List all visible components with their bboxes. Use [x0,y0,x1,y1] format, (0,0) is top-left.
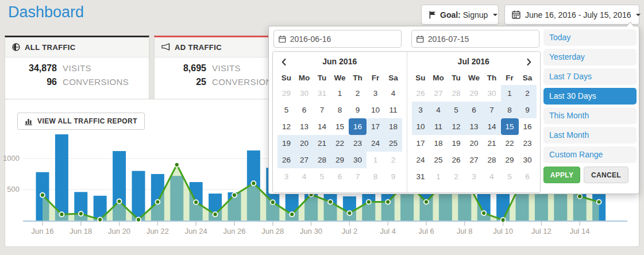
range-option[interactable]: Custom Range [543,146,637,163]
range-option[interactable]: This Month [543,107,637,124]
calendar-day[interactable]: 9 [349,102,367,118]
calendar-day[interactable]: 30 [483,85,501,102]
calendar-day[interactable]: 1 [367,152,384,168]
calendar-day[interactable]: 5 [277,102,295,118]
calendar-day[interactable]: 17 [367,118,384,135]
calendar-day[interactable]: 31 [313,85,331,102]
calendar-day[interactable]: 24 [412,152,430,168]
calendar-day[interactable]: 27 [295,152,313,168]
calendar-day[interactable]: 21 [483,135,501,152]
calendar-day[interactable]: 5 [448,102,465,118]
start-date-input[interactable] [290,34,396,44]
calendar-day[interactable]: 29 [465,85,483,102]
range-option[interactable]: Last 7 Days [543,68,637,85]
calendar-day[interactable]: 29 [331,152,349,168]
calendar-day[interactable]: 2 [448,168,465,185]
range-option[interactable]: Today [543,29,637,46]
calendar-day[interactable]: 13 [295,118,313,135]
calendar-day[interactable]: 3 [277,168,295,185]
calendar-day[interactable]: 14 [313,118,331,135]
calendar-day[interactable]: 9 [384,168,402,185]
calendar-day[interactable]: 28 [313,152,331,168]
range-option[interactable]: Last Month [543,127,637,144]
calendar-day[interactable]: 28 [483,152,501,168]
calendar-day[interactable]: 26 [412,85,430,102]
calendar-day[interactable]: 23 [519,135,537,152]
calendar-day[interactable]: 4 [384,85,402,102]
calendar-day[interactable]: 3 [367,85,384,102]
calendar-day[interactable]: 4 [483,168,501,185]
prev-month-button[interactable] [277,56,290,68]
calendar-day[interactable]: 21 [313,135,331,152]
calendar-day[interactable]: 27 [465,152,483,168]
calendar-day[interactable]: 19 [448,135,465,152]
calendar-day[interactable]: 8 [331,102,349,118]
calendar-day[interactable]: 11 [384,102,402,118]
calendar-day[interactable]: 1 [430,168,448,185]
calendar-day[interactable]: 4 [295,168,313,185]
calendar-day[interactable]: 3 [412,102,430,118]
calendar-day[interactable]: 31 [412,168,430,185]
goal-dropdown-button[interactable]: Goal: Signup [421,5,499,25]
calendar-day[interactable]: 10 [367,102,384,118]
calendar-day[interactable]: 30 [295,85,313,102]
calendar-day[interactable]: 14 [483,118,501,135]
calendar-day[interactable]: 30 [519,152,537,168]
calendar-day[interactable]: 2 [519,85,537,102]
calendar-day[interactable]: 18 [384,118,402,135]
calendar-day[interactable]: 7 [313,102,331,118]
calendar-day[interactable]: 22 [501,135,519,152]
calendar-day[interactable]: 2 [349,85,367,102]
calendar-day[interactable]: 10 [412,118,430,135]
calendar-day[interactable]: 29 [277,85,295,102]
range-option[interactable]: Last 30 Days [543,88,637,105]
calendar-day[interactable]: 5 [501,168,519,185]
calendar-day[interactable]: 29 [501,152,519,168]
calendar-day[interactable]: 24 [367,135,384,152]
calendar-day[interactable]: 13 [465,118,483,135]
apply-button[interactable]: APPLY [543,167,580,183]
calendar-day[interactable]: 25 [384,135,402,152]
calendar-day[interactable]: 25 [430,152,448,168]
calendar-day[interactable]: 9 [519,102,537,118]
calendar-day[interactable]: 8 [501,102,519,118]
calendar-day[interactable]: 17 [412,135,430,152]
calendar-day[interactable]: 3 [465,168,483,185]
calendar-day[interactable]: 1 [501,85,519,102]
calendar-day[interactable]: 12 [277,118,295,135]
calendar-day[interactable]: 6 [331,168,349,185]
calendar-day[interactable]: 18 [430,135,448,152]
end-date-input[interactable] [428,34,534,44]
calendar-day[interactable]: 22 [331,135,349,152]
range-option[interactable]: Yesterday [543,49,637,65]
calendar-day[interactable]: 20 [295,135,313,152]
calendar-day[interactable]: 6 [465,102,483,118]
calendar-day[interactable]: 7 [483,102,501,118]
calendar-day[interactable]: 20 [465,135,483,152]
calendar-day[interactable]: 15 [501,118,519,135]
calendar-day[interactable]: 8 [367,168,384,185]
calendar-day[interactable]: 27 [430,85,448,102]
calendar-day[interactable]: 5 [313,168,331,185]
calendar-day[interactable]: 11 [430,118,448,135]
calendar-day[interactable]: 23 [349,135,367,152]
calendar-day[interactable]: 7 [349,168,367,185]
calendar-day[interactable]: 30 [349,152,367,168]
calendar-day[interactable]: 26 [277,152,295,168]
next-month-button[interactable] [523,56,535,68]
calendar-day[interactable]: 15 [331,118,349,135]
cancel-button[interactable]: CANCEL [584,167,628,183]
calendar-day[interactable]: 6 [295,102,313,118]
view-all-traffic-report-button[interactable]: VIEW ALL TRAFFIC REPORT [17,113,145,130]
calendar-day[interactable]: 26 [448,152,465,168]
calendar-day[interactable]: 1 [331,85,349,102]
calendar-day[interactable]: 28 [448,85,465,102]
calendar-day[interactable]: 19 [277,135,295,152]
calendar-day[interactable]: 2 [384,152,402,168]
calendar-day[interactable]: 16 [349,118,367,135]
calendar-day[interactable]: 16 [519,118,537,135]
calendar-day[interactable]: 12 [448,118,465,135]
calendar-day[interactable]: 4 [430,102,448,118]
date-range-button[interactable]: June 16, 2016 - July 15, 2016 [504,5,639,25]
calendar-day[interactable]: 6 [519,168,537,185]
